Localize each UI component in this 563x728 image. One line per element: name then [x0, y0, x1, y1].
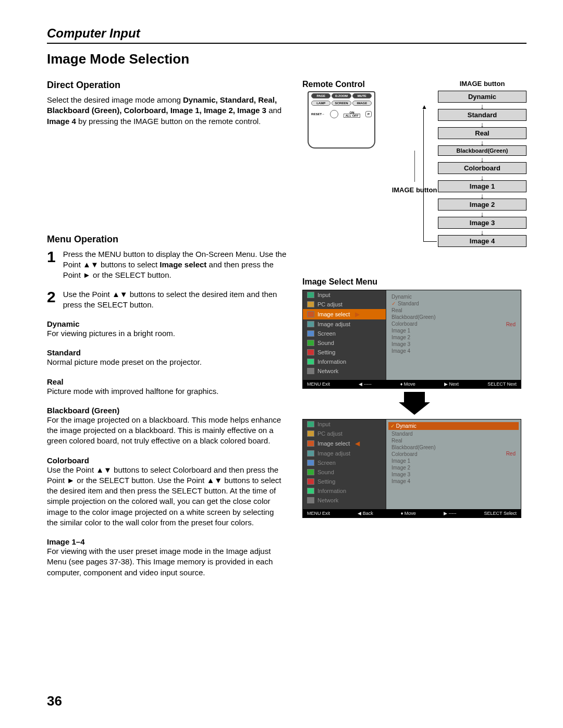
mode-standard: Standard Normal picture mode preset on t…: [47, 348, 287, 367]
mode-colorboard: Colorboard Use the Point ▲▼ buttons to s…: [47, 456, 287, 528]
pointer-line: [414, 151, 415, 182]
mode-image14: Image 1–4 For viewing with the user pres…: [47, 537, 287, 578]
mode-blackboard: Blackboard (Green) For the image project…: [47, 406, 287, 447]
down-arrow-icon: [399, 392, 430, 416]
menu-op-heading: Menu Operation: [47, 234, 287, 245]
osd-menu-1: Input PC adjust Image select▶ Image adju…: [302, 290, 521, 389]
mode-dynamic: Dynamic For viewing pictures in a bright…: [47, 319, 287, 339]
direct-op-heading: Direct Operation: [47, 80, 287, 91]
section-header: Computer Input: [47, 26, 527, 44]
step-2: 2 Use the Point ▲▼ buttons to select the…: [47, 289, 287, 311]
step-1: 1 Press the MENU button to display the O…: [47, 249, 287, 281]
remote-illustration: PAGE D.ZOOM MUTE LAMP SCREEN IMAGE RESET…: [308, 91, 375, 149]
mode-real: Real Picture mode with improved halftone…: [47, 377, 287, 397]
page-number: 36: [47, 693, 62, 709]
page-title: Image Mode Selection: [47, 51, 527, 67]
osd-menu-2: Input PC adjust Image select◀ Image adju…: [302, 419, 521, 518]
osd-heading: Image Select Menu: [302, 277, 527, 287]
image-mode-flow: IMAGE button Dynamic↓ Standard↓ Real↓ Bl…: [438, 80, 527, 248]
direct-op-text: Select the desired image mode among Dyna…: [47, 95, 287, 127]
